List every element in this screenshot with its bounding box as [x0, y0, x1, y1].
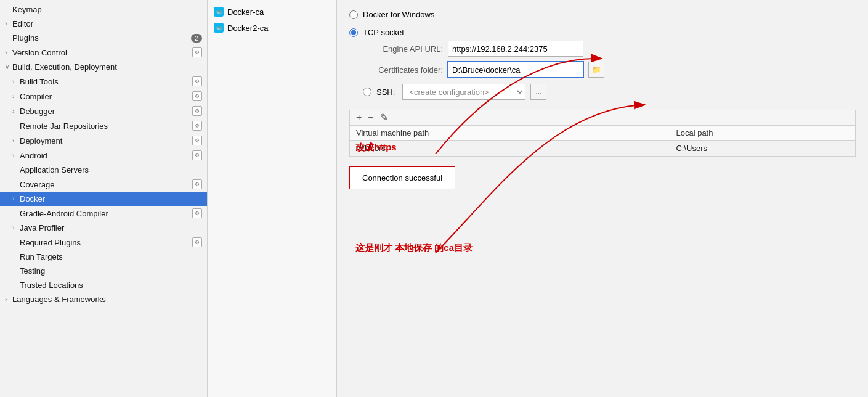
sidebar-item-build-tools[interactable]: ›Build Tools⚙: [0, 74, 207, 89]
sidebar-item-debugger[interactable]: ›Debugger⚙: [0, 104, 207, 118]
settings-icon: ⚙: [192, 76, 202, 86]
vm-path-header: Virtual machine path: [350, 126, 670, 141]
settings-icon: ⚙: [192, 150, 202, 160]
ssh-configuration-select[interactable]: <create configuration>: [402, 84, 525, 100]
sidebar-item-label: Testing: [20, 266, 202, 276]
docker-configuration-list: 🐳Docker-ca🐳Docker2-ca: [208, 0, 337, 397]
sidebar-item-version-control[interactable]: ›Version Control⚙: [0, 45, 207, 60]
sidebar-item-label: Run Targets: [20, 252, 202, 261]
sidebar-item-label: Docker: [20, 194, 202, 203]
expand-arrow-icon: ›: [12, 224, 20, 231]
vm-path-cell: /c/Users: [350, 141, 670, 157]
sidebar-item-testing[interactable]: Testing: [0, 264, 207, 278]
local-path-cell: C:\Users: [670, 141, 855, 157]
sidebar-item-keymap[interactable]: Keymap: [0, 2, 207, 17]
engine-api-row: Engine API URL:: [363, 41, 856, 57]
docker-windows-radio[interactable]: [349, 10, 358, 19]
expand-arrow-icon: ›: [12, 78, 20, 85]
certificates-folder-input[interactable]: [448, 62, 583, 78]
docker-instance-docker-ca[interactable]: 🐳Docker-ca: [208, 4, 336, 20]
tcp-socket-label: TCP socket: [363, 28, 404, 37]
annotation-ca-dir: 这是刚才 本地保存 的ca目录: [355, 240, 473, 255]
volume-mappings-section: +−✎Virtual machine pathLocal path/c/User…: [349, 110, 856, 157]
sidebar-item-label: Version Control: [12, 48, 192, 57]
sidebar-item-gradle-android[interactable]: Gradle-Android Compiler⚙: [0, 206, 207, 221]
annotation-arrows-overlay: [337, 0, 868, 397]
sidebar-item-label: Java Profiler: [20, 223, 202, 232]
docker-icon: 🐳: [214, 23, 224, 33]
sidebar-item-plugins[interactable]: Plugins2: [0, 31, 207, 45]
sidebar-item-label: Plugins: [12, 33, 189, 43]
sidebar-item-remote-jar[interactable]: Remote Jar Repositories⚙: [0, 118, 207, 133]
sidebar-item-languages[interactable]: ›Languages & Frameworks: [0, 292, 207, 306]
settings-icon: ⚙: [192, 121, 202, 131]
sidebar-item-label: Android: [20, 151, 192, 160]
volume-table: Virtual machine pathLocal path/c/UsersC:…: [350, 126, 855, 156]
browse-button[interactable]: 📁: [588, 62, 604, 78]
engine-api-input[interactable]: [448, 41, 583, 57]
settings-icon: ⚙: [192, 179, 202, 189]
sidebar-item-compiler[interactable]: ›Compiler⚙: [0, 89, 207, 104]
settings-icon: ⚙: [192, 136, 202, 145]
sidebar-item-editor[interactable]: ›Editor: [0, 17, 207, 31]
docker-windows-label: Docker for Windows: [363, 10, 434, 19]
ssh-option-row: SSH:<create configuration>...: [363, 84, 856, 100]
badge: 2: [191, 34, 202, 43]
expand-arrow-icon: ›: [12, 93, 20, 100]
connection-success-text: Connection successful: [362, 173, 442, 182]
sidebar-item-label: Compiler: [20, 92, 192, 101]
expand-arrow-icon: ›: [12, 108, 20, 115]
settings-icon: ⚙: [192, 106, 202, 116]
sidebar-item-trusted-locations[interactable]: Trusted Locations: [0, 278, 207, 292]
tcp-socket-radio[interactable]: [349, 28, 358, 37]
remove-volume-button[interactable]: −: [367, 113, 375, 123]
sidebar-item-label: Deployment: [20, 136, 192, 145]
certificates-folder-label: Certificates folder:: [363, 65, 443, 75]
sidebar-item-coverage[interactable]: Coverage⚙: [0, 177, 207, 192]
expand-arrow-icon: ∨: [5, 63, 12, 70]
sidebar-item-label: Debugger: [20, 107, 192, 116]
docker-windows-option: Docker for Windows: [349, 10, 856, 19]
volume-toolbar: +−✎: [350, 110, 855, 126]
local-path-header: Local path: [670, 126, 855, 141]
connection-success-box: Connection successful: [349, 166, 455, 189]
sidebar-item-android[interactable]: ›Android⚙: [0, 148, 207, 163]
settings-icon: ⚙: [192, 47, 202, 57]
settings-icon: ⚙: [192, 237, 202, 247]
edit-volume-button[interactable]: ✎: [379, 113, 389, 123]
sidebar-item-deployment[interactable]: ›Deployment⚙: [0, 133, 207, 148]
sidebar-item-label: Languages & Frameworks: [12, 295, 202, 304]
docker-settings-content: Docker for WindowsTCP socketEngine API U…: [337, 0, 868, 397]
connection-type-group: Docker for WindowsTCP socket: [349, 10, 856, 37]
engine-api-label: Engine API URL:: [363, 44, 443, 54]
sidebar-item-label: Trusted Locations: [20, 280, 202, 290]
settings-sidebar: Keymap›EditorPlugins2›Version Control⚙∨B…: [0, 0, 208, 397]
docker-instance-label: Docker-ca: [227, 7, 264, 17]
expand-arrow-icon: ›: [5, 20, 12, 27]
expand-arrow-icon: ›: [5, 296, 12, 303]
add-volume-button[interactable]: +: [355, 113, 363, 123]
sidebar-item-label: Gradle-Android Compiler: [20, 209, 192, 218]
sidebar-item-label: Build Tools: [20, 77, 192, 86]
docker-instance-label: Docker2-ca: [227, 23, 268, 33]
sidebar-item-run-targets[interactable]: Run Targets: [0, 250, 207, 264]
sidebar-item-java-profiler[interactable]: ›Java Profiler: [0, 221, 207, 235]
ssh-label: SSH:: [376, 88, 395, 97]
sidebar-item-build-execution[interactable]: ∨Build, Execution, Deployment: [0, 60, 207, 74]
sidebar-item-required-plugins[interactable]: Required Plugins⚙: [0, 235, 207, 250]
expand-arrow-icon: ›: [12, 152, 20, 159]
volume-row[interactable]: /c/UsersC:\Users: [350, 141, 855, 157]
expand-arrow-icon: ›: [12, 137, 20, 144]
tcp-socket-option: TCP socket: [349, 28, 856, 37]
docker-instance-docker2-ca[interactable]: 🐳Docker2-ca: [208, 20, 336, 36]
sidebar-item-label: Required Plugins: [20, 238, 192, 247]
docker-icon: 🐳: [214, 7, 224, 17]
sidebar-item-label: Build, Execution, Deployment: [12, 62, 202, 72]
sidebar-item-label: Editor: [12, 19, 202, 28]
expand-arrow-icon: ›: [12, 195, 20, 202]
sidebar-item-app-servers[interactable]: Application Servers: [0, 163, 207, 177]
ssh-more-button[interactable]: ...: [530, 84, 546, 100]
certificates-folder-row: Certificates folder:📁: [363, 62, 856, 78]
sidebar-item-docker[interactable]: ›Docker: [0, 192, 207, 206]
ssh-radio[interactable]: [363, 88, 371, 96]
